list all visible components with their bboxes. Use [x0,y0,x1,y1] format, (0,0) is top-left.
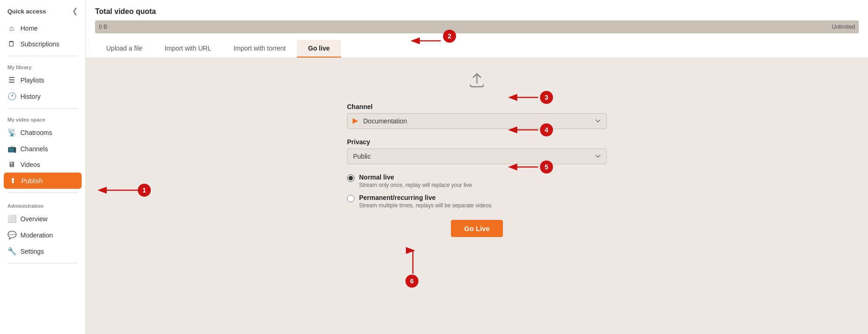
divider-4 [7,263,78,263]
permanent-live-option[interactable]: Permanent/recurring live Stream multiple… [347,194,607,209]
channel-label: Channel [347,103,607,110]
sidebar-item-settings-label: Settings [20,248,44,255]
sidebar-item-settings[interactable]: 🔧 Settings [0,243,85,259]
privacy-field-group: Privacy Public Unlisted Private [347,138,607,164]
sidebar-item-videos-label: Videos [20,161,40,168]
sidebar-item-home[interactable]: ⌂ Home [0,20,85,36]
overview-icon: ⬜ [7,214,16,223]
quota-used-label: 0 B [99,24,107,30]
sidebar-item-subscriptions[interactable]: 🗒 Subscriptions [0,36,85,52]
permanent-live-desc: Stream multiple times, replays will be s… [359,202,491,209]
tabs-bar: Upload a file Import with URL Import wit… [95,40,859,58]
divider-2 [7,108,78,109]
subscriptions-icon: 🗒 [7,40,16,48]
tab-url[interactable]: Import with URL [154,40,222,58]
normal-live-radio[interactable] [347,174,354,182]
sidebar-item-chatrooms[interactable]: 📡 Chatrooms [0,124,85,141]
sidebar-item-playlists[interactable]: ☰ Playlists [0,72,85,88]
sidebar-item-publish-label: Publish [21,177,43,185]
main-content: Total video quota 0 B Unlimited Upload a… [86,0,868,334]
divider-1 [7,56,78,56]
privacy-label: Privacy [347,138,607,146]
permanent-live-radio[interactable] [347,195,354,202]
privacy-select[interactable]: Public Unlisted Private [347,148,607,164]
sidebar-item-subscriptions-label: Subscriptions [20,40,59,48]
collapse-button[interactable]: ❮ [72,7,78,15]
sidebar-item-history[interactable]: 🕐 History [0,88,85,104]
divider-3 [7,193,78,193]
quota-bar: 0 B Unlimited [95,20,859,33]
normal-live-option[interactable]: Normal live Stream only once, replay wil… [347,173,607,188]
history-icon: 🕐 [7,92,16,101]
live-type-radio-group: Normal live Stream only once, replay wil… [347,173,607,209]
channel-select[interactable]: Documentation [347,113,607,129]
tab-upload[interactable]: Upload a file [95,40,154,58]
sidebar-item-publish[interactable]: ⬆ Publish [4,173,82,189]
my-library-label: My library [0,60,85,72]
quick-access-label: Quick access [7,8,46,15]
playlists-icon: ☰ [7,76,16,84]
sidebar-item-overview-label: Overview [20,215,47,223]
administration-label: Administration [0,199,85,211]
normal-live-desc: Stream only once, replay will replace yo… [359,182,472,188]
tab-torrent[interactable]: Import with torrent [222,40,297,58]
home-icon: ⌂ [7,24,16,32]
moderation-icon: 💬 [7,231,16,239]
sidebar-item-overview[interactable]: ⬜ Overview [0,211,85,227]
chatrooms-icon: 📡 [7,128,16,137]
videos-icon: 🖥 [7,161,16,169]
sidebar-item-history-label: History [20,93,41,100]
sidebar: Quick access ❮ ⌂ Home 🗒 Subscriptions My… [0,0,86,334]
sidebar-item-videos[interactable]: 🖥 Videos [0,157,85,173]
quota-total-label: Unlimited [832,24,855,30]
sidebar-item-channels[interactable]: 📺 Channels [0,141,85,157]
sidebar-item-moderation-label: Moderation [20,231,53,239]
quota-title: Total video quota [95,7,859,16]
channels-icon: 📺 [7,144,16,153]
channel-select-wrapper: Documentation [347,113,607,129]
channel-logo-icon [352,117,359,125]
sidebar-item-chatrooms-label: Chatrooms [20,129,52,136]
tab-live[interactable]: Go live [297,40,341,58]
sidebar-item-channels-label: Channels [20,145,48,153]
sidebar-item-home-label: Home [20,25,38,32]
publish-icon: ⬆ [8,176,17,185]
stream-icon [468,72,486,92]
permanent-live-label: Permanent/recurring live [359,194,491,201]
content-area: Channel Documentation Priva [86,58,868,334]
go-live-button[interactable]: Go Live [451,220,502,237]
settings-icon: 🔧 [7,247,16,256]
normal-live-label: Normal live [359,173,472,181]
quota-section: Total video quota 0 B Unlimited Upload a… [86,0,868,58]
sidebar-item-playlists-label: Playlists [20,77,44,84]
svg-marker-0 [353,118,358,124]
my-video-space-label: My video space [0,112,85,124]
sidebar-item-moderation[interactable]: 💬 Moderation [0,227,85,243]
live-form: Channel Documentation Priva [347,72,607,237]
channel-field-group: Channel Documentation [347,103,607,129]
